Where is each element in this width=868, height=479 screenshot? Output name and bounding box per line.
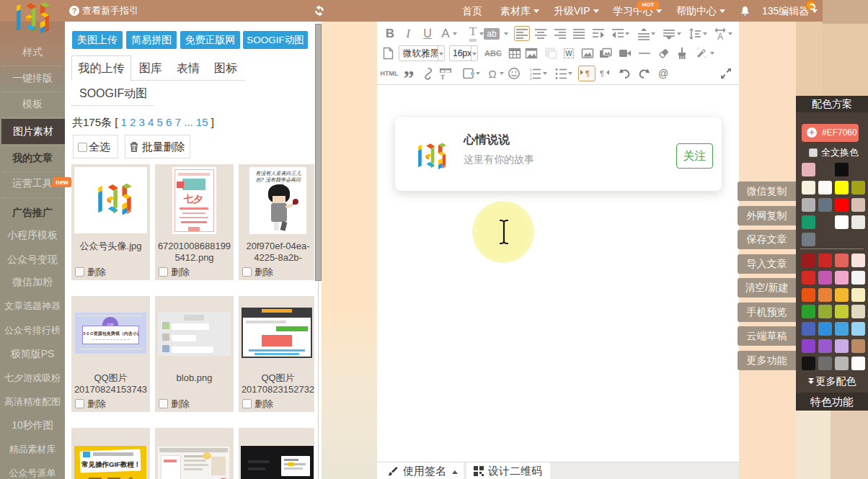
svg-text:T: T [440, 73, 445, 81]
svg-text:A: A [717, 32, 723, 40]
svg-text:3: 3 [530, 76, 532, 81]
svg-text:¶: ¶ [600, 69, 604, 78]
svg-text:¶: ¶ [585, 69, 590, 78]
svg-text:W: W [565, 50, 572, 58]
